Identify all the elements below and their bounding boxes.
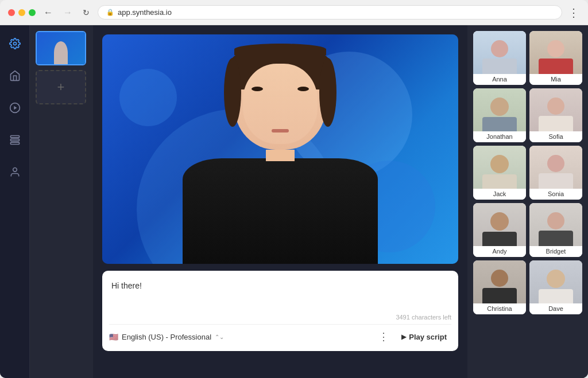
avatar-card-mia[interactable]: Mia [529, 31, 582, 85]
avatar-photo-andy [473, 203, 526, 246]
lock-icon: 🔒 [106, 9, 114, 16]
avatar-card-sofia[interactable]: Sofia [529, 88, 582, 142]
avatar-name-mia: Mia [529, 74, 582, 85]
sidebar-icon-home[interactable] [6, 67, 24, 85]
browser-chrome: ← → ↻ 🔒 app.synthesia.io ⋮ [0, 0, 588, 25]
avatar-name-anna: Anna [473, 74, 526, 85]
svg-rect-4 [10, 139, 19, 141]
avatar-name-jack: Jack [473, 189, 526, 200]
avatar-name-christina: Christina [473, 303, 526, 314]
avatar-name-dave: Dave [529, 303, 582, 314]
play-script-icon: ▶ [401, 333, 406, 341]
avatar-photo-mia [529, 31, 582, 74]
browser-dots [8, 9, 36, 16]
avatar-photo-jack [473, 146, 526, 189]
avatar-photo-jonathan [473, 88, 526, 131]
sidebar-icon-layers[interactable] [6, 131, 24, 149]
video-preview [102, 34, 458, 264]
svg-point-0 [13, 42, 16, 45]
language-selector[interactable]: 🇺🇸 English (US) - Professional ⌃⌄ [109, 333, 370, 341]
url-bar[interactable]: 🔒 app.synthesia.io [98, 5, 562, 20]
avatar-card-bridget[interactable]: Bridget [529, 203, 582, 257]
avatar-name-jonathan: Jonathan [473, 131, 526, 142]
avatar-photo-anna [473, 31, 526, 74]
play-script-label: Play script [409, 333, 447, 341]
avatar-card-andy[interactable]: Andy [473, 203, 526, 257]
app-container: + [0, 25, 588, 378]
avatar-name-andy: Andy [473, 246, 526, 257]
slide-thumb-1[interactable] [36, 31, 86, 65]
avatar-photo-dave [529, 260, 582, 303]
avatar-card-jack[interactable]: Jack [473, 146, 526, 200]
select-arrow-icon: ⌃⌄ [215, 334, 224, 340]
main-content: Hi there! 3491 characters left 🇺🇸 Englis… [93, 25, 467, 378]
avatar-name-bridget: Bridget [529, 246, 582, 257]
avatar-photo-bridget [529, 203, 582, 246]
avatar-grid: Anna Mia [473, 31, 582, 314]
slides-panel: + [30, 25, 93, 378]
maximize-dot [29, 9, 36, 16]
script-text[interactable]: Hi there! [109, 278, 451, 314]
avatar-card-sonia[interactable]: Sonia [529, 146, 582, 200]
avatar-name-sofia: Sofia [529, 131, 582, 142]
browser-menu-icon[interactable]: ⋮ [568, 6, 580, 20]
minimize-dot [18, 9, 25, 16]
forward-button[interactable]: → [61, 6, 75, 19]
close-dot [8, 9, 15, 16]
svg-point-6 [13, 168, 17, 172]
back-button[interactable]: ← [41, 6, 55, 19]
svg-marker-2 [14, 106, 17, 110]
slide-add-button[interactable]: + [36, 70, 86, 104]
avatar-name-sonia: Sonia [529, 189, 582, 200]
sidebar-icon-settings[interactable] [6, 34, 24, 53]
sidebar-icon-play[interactable] [6, 99, 24, 117]
avatar-photo-sofia [529, 88, 582, 131]
avatar-card-dave[interactable]: Dave [529, 260, 582, 314]
avatars-panel: Anna Mia [467, 25, 588, 378]
reload-button[interactable]: ↻ [80, 7, 92, 18]
url-text: app.synthesia.io [118, 8, 172, 17]
sidebar [0, 25, 30, 378]
avatar-card-christina[interactable]: Christina [473, 260, 526, 314]
char-count: 3491 characters left [109, 314, 451, 321]
script-panel: Hi there! 3491 characters left 🇺🇸 Englis… [102, 271, 458, 351]
avatar-photo-christina [473, 260, 526, 303]
avatar-card-anna[interactable]: Anna [473, 31, 526, 85]
svg-rect-3 [10, 136, 19, 138]
flag-icon: 🇺🇸 [109, 333, 118, 341]
svg-rect-5 [10, 142, 19, 144]
more-options-icon[interactable]: ⋮ [375, 329, 392, 344]
play-script-button[interactable]: ▶ Play script [397, 330, 451, 344]
sidebar-icon-user[interactable] [6, 163, 24, 181]
avatar-photo-sonia [529, 146, 582, 189]
language-label: English (US) - Professional [122, 333, 211, 341]
avatar-card-jonathan[interactable]: Jonathan [473, 88, 526, 142]
